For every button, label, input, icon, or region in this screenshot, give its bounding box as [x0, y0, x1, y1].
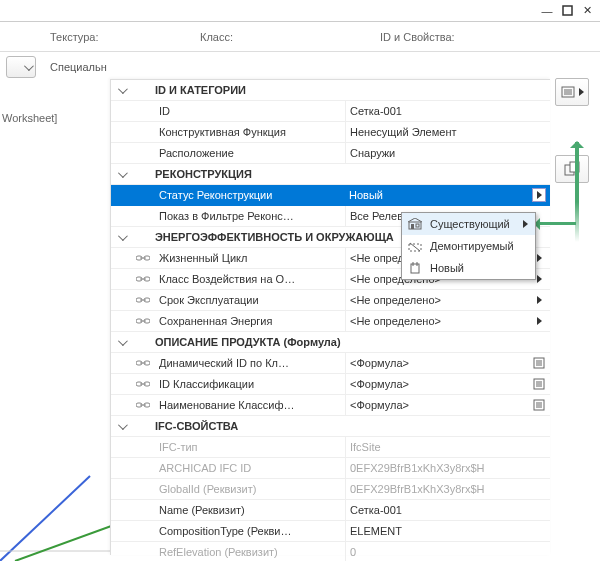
- expand-button[interactable]: [532, 188, 546, 202]
- prop-value: 0: [345, 542, 528, 561]
- collapse-icon[interactable]: [111, 87, 131, 94]
- list-icon: [560, 85, 576, 99]
- prop-value[interactable]: <Формула>: [345, 374, 528, 394]
- menu-item-demolished[interactable]: Демонтируемый: [402, 235, 535, 257]
- prop-value[interactable]: Сетка-001: [345, 500, 528, 520]
- row-dynamic-id[interactable]: Динамический ID по Кл… <Формула>: [111, 353, 550, 374]
- row-lifespan[interactable]: Срок Эксплуатации <Не определено>: [111, 290, 550, 311]
- texture-dropdown[interactable]: [6, 56, 36, 78]
- prop-label: Расположение: [155, 147, 345, 159]
- prop-label: GlobalId (Реквизит): [155, 483, 345, 495]
- triangle-right-icon[interactable]: [537, 254, 542, 262]
- section-ifc[interactable]: IFC-СВОЙСТВА: [111, 416, 550, 437]
- row-class-id[interactable]: ID Классификации <Формула>: [111, 374, 550, 395]
- special-label: Специальн: [50, 61, 107, 73]
- triangle-right-icon[interactable]: [537, 275, 542, 283]
- link-icon: [131, 253, 155, 263]
- section-reconstruction[interactable]: РЕКОНСТРУКЦИЯ: [111, 164, 550, 185]
- formula-icon[interactable]: [528, 378, 550, 390]
- prop-value[interactable]: Снаружи: [345, 143, 528, 163]
- prop-label: Name (Реквизит): [155, 504, 345, 516]
- properties-panel: ID И КАТЕГОРИИ ID Сетка-001 Конструктивн…: [110, 79, 550, 555]
- collapse-icon[interactable]: [111, 171, 131, 178]
- prop-value: 0EFX29BfrB1xKhX3y8rx$H: [345, 458, 528, 478]
- chevron-down-icon: [24, 61, 34, 71]
- triangle-right-icon[interactable]: [537, 317, 542, 325]
- link-icon: [131, 379, 155, 389]
- svg-rect-48: [416, 224, 419, 227]
- svg-rect-0: [563, 6, 572, 15]
- prop-label: Жизненный Цикл: [155, 252, 345, 264]
- menu-item-new[interactable]: Новый: [402, 257, 535, 279]
- section-product-desc[interactable]: ОПИСАНИЕ ПРОДУКТА (Формула): [111, 332, 550, 353]
- collapse-icon[interactable]: [111, 423, 131, 430]
- row-archicad-id[interactable]: ARCHICAD IFC ID 0EFX29BfrB1xKhX3y8rx$H: [111, 458, 550, 479]
- existing-icon: [406, 218, 424, 230]
- minimize-icon[interactable]: —: [540, 4, 554, 18]
- titlebar: — ✕: [0, 0, 600, 22]
- prop-value[interactable]: <Не определено>: [345, 311, 528, 331]
- prop-label: ID Классификации: [155, 378, 345, 390]
- link-icon: [131, 316, 155, 326]
- link-icon: [131, 358, 155, 368]
- prop-value[interactable]: <Формула>: [345, 395, 528, 415]
- row-location[interactable]: Расположение Снаружи: [111, 143, 550, 164]
- section-label: ОПИСАНИЕ ПРОДУКТА (Формула): [155, 336, 550, 348]
- prop-label: Показ в Фильтре Реконс…: [155, 210, 345, 222]
- row-saved-energy[interactable]: Сохраненная Энергия <Не определено>: [111, 311, 550, 332]
- side-panel-button[interactable]: [555, 78, 589, 106]
- collapse-icon[interactable]: [111, 339, 131, 346]
- prop-value[interactable]: ELEMENT: [345, 521, 528, 541]
- prop-label: Наименование Классиф…: [155, 399, 345, 411]
- prop-value[interactable]: Новый: [345, 185, 528, 205]
- row-id[interactable]: ID Сетка-001: [111, 101, 550, 122]
- demolished-icon: [406, 240, 424, 252]
- prop-label: CompositionType (Рекви…: [155, 525, 345, 537]
- row-function[interactable]: Конструктивная Функция Ненесущий Элемент: [111, 122, 550, 143]
- triangle-right-icon: [537, 191, 542, 199]
- prop-value[interactable]: <Формула>: [345, 353, 528, 373]
- link-icon: [131, 295, 155, 305]
- link-icon: [131, 274, 155, 284]
- svg-rect-51: [411, 264, 419, 273]
- prop-label: Сохраненная Энергия: [155, 315, 345, 327]
- section-label: IFC-СВОЙСТВА: [155, 420, 550, 432]
- annotation-arrow-vertical: [575, 142, 579, 242]
- close-icon[interactable]: ✕: [580, 4, 594, 18]
- collapse-icon[interactable]: [111, 234, 131, 241]
- row-refelevation[interactable]: RefElevation (Реквизит) 0: [111, 542, 550, 561]
- row-class-name[interactable]: Наименование Классиф… <Формула>: [111, 395, 550, 416]
- row-globalid[interactable]: GlobalId (Реквизит) 0EFX29BfrB1xKhX3y8rx…: [111, 479, 550, 500]
- prop-label: ARCHICAD IFC ID: [155, 462, 345, 474]
- prop-value: IfcSite: [345, 437, 528, 457]
- menu-item-existing[interactable]: Существующий: [402, 213, 535, 235]
- section-id-categories[interactable]: ID И КАТЕГОРИИ: [111, 80, 550, 101]
- triangle-right-icon: [523, 220, 528, 228]
- side-copy-button[interactable]: [555, 155, 589, 183]
- menu-label: Существующий: [430, 218, 510, 230]
- row-name[interactable]: Name (Реквизит) Сетка-001: [111, 500, 550, 521]
- row-comptype[interactable]: CompositionType (Рекви… ELEMENT: [111, 521, 550, 542]
- prop-value: 0EFX29BfrB1xKhX3y8rx$H: [345, 479, 528, 499]
- svg-line-3: [15, 521, 125, 561]
- prop-label: Конструктивная Функция: [155, 126, 345, 138]
- menu-label: Демонтируемый: [430, 240, 514, 252]
- prop-value[interactable]: <Не определено>: [345, 290, 528, 310]
- prop-value[interactable]: Ненесущий Элемент: [345, 122, 528, 142]
- row-ifc-type[interactable]: IFC-тип IfcSite: [111, 437, 550, 458]
- prop-label: Статус Реконструкции: [155, 189, 345, 201]
- maximize-icon[interactable]: [560, 4, 574, 18]
- formula-icon[interactable]: [528, 357, 550, 369]
- triangle-right-icon[interactable]: [537, 296, 542, 304]
- header-class: Класс:: [200, 31, 380, 43]
- formula-icon[interactable]: [528, 399, 550, 411]
- svg-rect-47: [411, 224, 414, 229]
- worksheet-label: Worksheet]: [2, 112, 57, 124]
- header-texture: Текстура:: [50, 31, 200, 43]
- row-recon-status[interactable]: Статус Реконструкции Новый: [111, 185, 550, 206]
- square-icon: [562, 5, 573, 16]
- prop-label: Динамический ID по Кл…: [155, 357, 345, 369]
- new-icon: [406, 262, 424, 274]
- prop-value[interactable]: Сетка-001: [345, 101, 528, 121]
- annotation-arrow-horizontal: [536, 222, 576, 225]
